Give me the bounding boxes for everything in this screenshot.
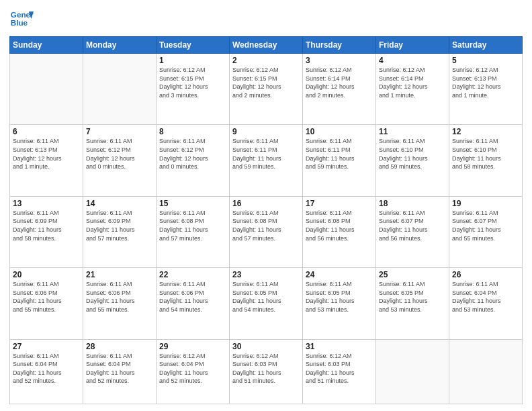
day-info: Sunrise: 6:11 AM Sunset: 6:05 PM Dayligh… [379,280,446,314]
day-number: 2 [232,56,300,65]
day-info: Sunrise: 6:12 AM Sunset: 6:15 PM Dayligh… [232,66,300,99]
day-number: 30 [232,342,300,351]
day-number: 11 [379,127,446,136]
day-info: Sunrise: 6:11 AM Sunset: 6:13 PM Dayligh… [13,137,80,171]
calendar-cell: 2Sunrise: 6:12 AM Sunset: 6:15 PM Daylig… [230,54,303,125]
day-info: Sunrise: 6:11 AM Sunset: 6:04 PM Dayligh… [86,352,153,385]
day-info: Sunrise: 6:11 AM Sunset: 6:08 PM Dayligh… [232,209,300,242]
day-info: Sunrise: 6:12 AM Sunset: 6:03 PM Dayligh… [232,352,300,385]
day-number: 18 [379,199,446,208]
calendar-week-1: 1Sunrise: 6:12 AM Sunset: 6:15 PM Daylig… [10,54,523,125]
day-info: Sunrise: 6:12 AM Sunset: 6:03 PM Dayligh… [306,352,373,385]
page: General Blue SundayMondayTuesdayWednesda… [0,0,532,411]
day-info: Sunrise: 6:12 AM Sunset: 6:13 PM Dayligh… [452,66,519,99]
day-number: 28 [86,342,153,351]
calendar-cell: 30Sunrise: 6:12 AM Sunset: 6:03 PM Dayli… [230,339,303,404]
calendar-week-3: 13Sunrise: 6:11 AM Sunset: 6:09 PM Dayli… [10,196,523,267]
calendar-cell: 19Sunrise: 6:11 AM Sunset: 6:07 PM Dayli… [449,196,523,267]
day-number: 15 [159,199,226,208]
weekday-header-thursday: Thursday [303,37,376,54]
day-number: 13 [13,199,80,208]
weekday-header-sunday: Sunday [10,37,83,54]
calendar-cell [10,54,83,125]
header: General Blue [9,7,523,31]
calendar-cell: 12Sunrise: 6:11 AM Sunset: 6:10 PM Dayli… [449,125,523,196]
day-info: Sunrise: 6:11 AM Sunset: 6:07 PM Dayligh… [452,209,519,242]
generalblue-logo-icon: General Blue [9,7,34,31]
day-info: Sunrise: 6:11 AM Sunset: 6:10 PM Dayligh… [452,137,519,171]
calendar-cell: 5Sunrise: 6:12 AM Sunset: 6:13 PM Daylig… [449,54,523,125]
logo: General Blue [9,7,34,31]
calendar-cell: 8Sunrise: 6:11 AM Sunset: 6:12 PM Daylig… [157,125,230,196]
day-info: Sunrise: 6:11 AM Sunset: 6:08 PM Dayligh… [306,209,373,242]
calendar-cell: 10Sunrise: 6:11 AM Sunset: 6:11 PM Dayli… [303,125,376,196]
day-info: Sunrise: 6:11 AM Sunset: 6:09 PM Dayligh… [86,209,153,242]
day-info: Sunrise: 6:11 AM Sunset: 6:11 PM Dayligh… [306,137,373,171]
day-number: 27 [13,342,80,351]
day-info: Sunrise: 6:11 AM Sunset: 6:09 PM Dayligh… [13,209,80,242]
day-number: 22 [159,270,226,279]
calendar-cell: 9Sunrise: 6:11 AM Sunset: 6:11 PM Daylig… [230,125,303,196]
weekday-header-friday: Friday [376,37,449,54]
day-number: 19 [452,199,519,208]
calendar-cell: 29Sunrise: 6:12 AM Sunset: 6:04 PM Dayli… [157,339,230,404]
day-info: Sunrise: 6:12 AM Sunset: 6:14 PM Dayligh… [379,66,446,99]
calendar-cell: 27Sunrise: 6:11 AM Sunset: 6:04 PM Dayli… [10,339,83,404]
weekday-header-row: SundayMondayTuesdayWednesdayThursdayFrid… [10,37,523,54]
weekday-header-monday: Monday [83,37,157,54]
calendar-cell [449,339,523,404]
calendar-cell: 17Sunrise: 6:11 AM Sunset: 6:08 PM Dayli… [303,196,376,267]
calendar-cell: 13Sunrise: 6:11 AM Sunset: 6:09 PM Dayli… [10,196,83,267]
calendar-week-5: 27Sunrise: 6:11 AM Sunset: 6:04 PM Dayli… [10,339,523,404]
day-number: 24 [306,270,373,279]
weekday-header-saturday: Saturday [449,37,523,54]
calendar-week-4: 20Sunrise: 6:11 AM Sunset: 6:06 PM Dayli… [10,268,523,339]
day-number: 21 [86,270,153,279]
day-number: 12 [452,127,519,136]
day-info: Sunrise: 6:11 AM Sunset: 6:04 PM Dayligh… [13,352,80,385]
calendar-cell: 23Sunrise: 6:11 AM Sunset: 6:05 PM Dayli… [230,268,303,339]
day-number: 31 [306,342,373,351]
calendar-cell: 4Sunrise: 6:12 AM Sunset: 6:14 PM Daylig… [376,54,449,125]
calendar-cell [83,54,157,125]
day-info: Sunrise: 6:12 AM Sunset: 6:14 PM Dayligh… [306,66,373,99]
calendar-cell: 18Sunrise: 6:11 AM Sunset: 6:07 PM Dayli… [376,196,449,267]
calendar-cell: 1Sunrise: 6:12 AM Sunset: 6:15 PM Daylig… [157,54,230,125]
day-number: 3 [306,56,373,65]
calendar-cell: 21Sunrise: 6:11 AM Sunset: 6:06 PM Dayli… [83,268,157,339]
day-number: 25 [379,270,446,279]
day-info: Sunrise: 6:11 AM Sunset: 6:04 PM Dayligh… [452,280,519,314]
day-info: Sunrise: 6:11 AM Sunset: 6:12 PM Dayligh… [86,137,153,171]
day-number: 20 [13,270,80,279]
calendar-cell: 7Sunrise: 6:11 AM Sunset: 6:12 PM Daylig… [83,125,157,196]
day-info: Sunrise: 6:11 AM Sunset: 6:08 PM Dayligh… [159,209,226,242]
svg-text:Blue: Blue [11,18,28,27]
calendar-cell: 25Sunrise: 6:11 AM Sunset: 6:05 PM Dayli… [376,268,449,339]
calendar-cell: 22Sunrise: 6:11 AM Sunset: 6:06 PM Dayli… [157,268,230,339]
calendar-cell: 15Sunrise: 6:11 AM Sunset: 6:08 PM Dayli… [157,196,230,267]
calendar-cell: 24Sunrise: 6:11 AM Sunset: 6:05 PM Dayli… [303,268,376,339]
day-info: Sunrise: 6:11 AM Sunset: 6:06 PM Dayligh… [159,280,226,314]
calendar-cell: 26Sunrise: 6:11 AM Sunset: 6:04 PM Dayli… [449,268,523,339]
day-number: 8 [159,127,226,136]
day-number: 14 [86,199,153,208]
weekday-header-tuesday: Tuesday [157,37,230,54]
calendar-cell [376,339,449,404]
day-number: 10 [306,127,373,136]
weekday-header-wednesday: Wednesday [230,37,303,54]
day-number: 1 [159,56,226,65]
calendar-cell: 6Sunrise: 6:11 AM Sunset: 6:13 PM Daylig… [10,125,83,196]
day-info: Sunrise: 6:11 AM Sunset: 6:12 PM Dayligh… [159,137,226,171]
day-number: 6 [13,127,80,136]
calendar-cell: 3Sunrise: 6:12 AM Sunset: 6:14 PM Daylig… [303,54,376,125]
calendar-cell: 11Sunrise: 6:11 AM Sunset: 6:10 PM Dayli… [376,125,449,196]
calendar-cell: 14Sunrise: 6:11 AM Sunset: 6:09 PM Dayli… [83,196,157,267]
day-info: Sunrise: 6:11 AM Sunset: 6:06 PM Dayligh… [86,280,153,314]
calendar-cell: 20Sunrise: 6:11 AM Sunset: 6:06 PM Dayli… [10,268,83,339]
day-info: Sunrise: 6:11 AM Sunset: 6:06 PM Dayligh… [13,280,80,314]
calendar-week-2: 6Sunrise: 6:11 AM Sunset: 6:13 PM Daylig… [10,125,523,196]
day-info: Sunrise: 6:12 AM Sunset: 6:04 PM Dayligh… [159,352,226,385]
day-number: 9 [232,127,300,136]
day-info: Sunrise: 6:11 AM Sunset: 6:05 PM Dayligh… [232,280,300,314]
day-number: 29 [159,342,226,351]
